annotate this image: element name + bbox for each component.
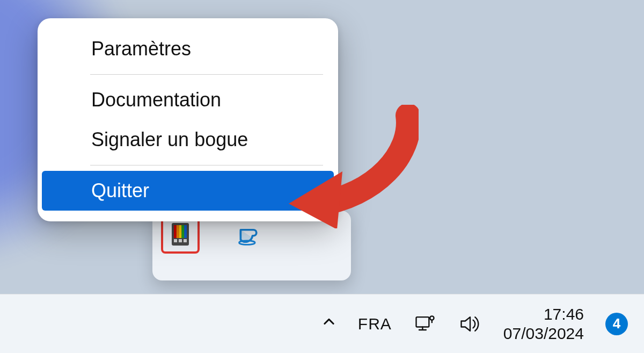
svg-rect-7 [179,239,182,242]
menu-item-label: Documentation [91,89,221,111]
menu-item-settings[interactable]: Paramètres [38,29,338,69]
taskbar: FRA 17:46 07/03/2024 4 [0,294,644,353]
svg-rect-3 [179,225,182,238]
svg-rect-10 [416,317,429,327]
clock-date: 07/03/2024 [503,324,584,343]
powertoys-tray-icon[interactable] [162,216,199,253]
volume-button[interactable] [458,312,482,336]
menu-item-label: Paramètres [91,38,191,60]
speaker-icon [458,312,482,336]
svg-rect-1 [174,225,177,238]
network-icon [413,312,437,336]
menu-item-label: Quitter [91,179,149,201]
show-hidden-icons-button[interactable] [321,314,336,333]
language-indicator[interactable]: FRA [358,315,392,333]
menu-item-label: Signaler un bogue [91,128,248,150]
taskbar-system-tray: FRA 17:46 07/03/2024 4 [321,305,628,343]
network-button[interactable] [413,312,437,336]
svg-rect-5 [184,225,187,238]
chevron-up-icon [321,314,336,329]
svg-point-11 [430,316,434,320]
svg-rect-6 [174,239,177,242]
annotation-arrow [279,105,419,228]
coffee-cup-icon [237,222,261,247]
caffeine-tray-icon[interactable] [231,216,267,253]
notification-badge[interactable]: 4 [605,313,628,335]
powertoys-icon [170,221,191,248]
menu-separator [90,74,323,75]
notification-count: 4 [613,315,620,332]
clock[interactable]: 17:46 07/03/2024 [503,305,584,343]
svg-rect-4 [181,225,184,238]
clock-time: 17:46 [503,305,584,324]
svg-rect-8 [184,239,187,242]
svg-rect-2 [177,225,179,238]
